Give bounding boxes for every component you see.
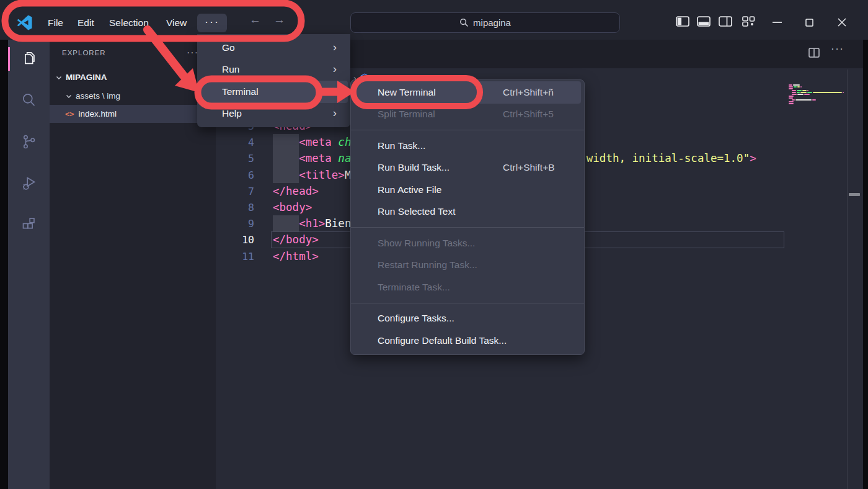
submenu-item-restart-running-task[interactable]: Restart Running Task... [354,254,581,277]
submenu-item-label: Run Task... [378,140,425,151]
minimap-line [789,84,800,86]
tree-item-label: index.html [78,109,117,119]
keybinding-label: Ctrl+Shift+5 [503,109,554,120]
minimap-line [789,88,793,89]
submenu-item-label: Show Running Tasks... [378,238,475,249]
tree-item-assets-img[interactable]: assets \ img [50,87,216,104]
line-number: 10 [216,231,254,248]
submenu-chevron-icon: › [333,84,337,98]
explorer-icon[interactable] [8,43,50,73]
submenu-chevron-icon: › [333,62,337,76]
line-number: 8 [216,199,254,216]
submenu-item-run-build-task[interactable]: Run Build Task...Ctrl+Shift+B [354,157,581,179]
nav-back-button[interactable]: ← [249,13,261,27]
search-icon [459,18,469,27]
submenu-item-run-selected-text[interactable]: Run Selected Text [354,201,581,223]
html-file-icon: <> [65,110,74,119]
submenu-item-label: Run Selected Text [378,206,456,217]
maximize-button[interactable] [797,11,822,34]
minimap[interactable] [786,68,847,489]
extensions-icon[interactable] [8,209,50,239]
keybinding-label: Ctrl+Shift+ñ [503,87,554,98]
close-button[interactable] [830,11,854,34]
menu-item-help[interactable]: Help› [200,103,348,125]
customize-layout-icon[interactable] [742,16,755,27]
submenu-item-split-terminal[interactable]: Split TerminalCtrl+Shift+5 [354,104,581,126]
submenu-item-label: Configure Default Build Task... [378,335,507,346]
line-number: 4 [216,134,254,151]
toggle-sidebar-icon[interactable] [676,16,689,27]
menu-item-label: Help [222,108,242,119]
tree-root-mipagina[interactable]: MIPAGINA [50,69,216,86]
run-debug-icon[interactable] [8,168,50,198]
submenu-item-label: Restart Running Task... [378,259,477,271]
title-bar: FileEditSelectionView ··· ← → mipagina [0,0,868,40]
minimap-line [792,99,816,101]
explorer-sidebar: EXPLORER ··· MIPAGINA assets \ img <> in… [50,40,216,489]
line-number: 6 [216,167,254,184]
menu-item-run[interactable]: Run› [200,59,348,81]
submenu-item-label: Configure Tasks... [378,313,454,324]
minimap-line [789,103,794,104]
code-line-7: </head> [273,183,319,200]
submenu-item-label: Split Terminal [378,109,435,120]
terminal-submenu: New TerminalCtrl+Shift+ñSplit TerminalCt… [350,79,585,355]
menubar-item-edit[interactable]: Edit [69,14,102,32]
menubar-item-file[interactable]: File [40,14,71,32]
vscode-window: FileEditSelectionView ··· ← → mipagina [0,0,868,489]
code-line-11: </html> [273,248,319,265]
nav-forward-button[interactable]: → [273,13,285,27]
tree-item-index-html[interactable]: <> index.html [50,105,216,123]
line-number: 5 [216,150,254,167]
menu-item-terminal[interactable]: Terminal› [200,81,348,103]
submenu-item-label: New Terminal [378,87,436,98]
split-editor-icon[interactable] [808,48,820,58]
submenu-item-configure-default-build-task[interactable]: Configure Default Build Task... [354,330,581,352]
minimap-line [789,97,793,99]
line-number: 11 [216,248,254,265]
menu-divider [351,303,584,303]
submenu-chevron-icon: › [333,106,337,120]
vscode-logo-icon [17,15,32,30]
search-value: mipagina [473,17,511,28]
minimap-line [792,94,810,95]
editor-more-actions-icon[interactable]: ··· [831,43,844,55]
menubar-more-button[interactable]: ··· [197,14,227,32]
submenu-item-new-terminal[interactable]: New TerminalCtrl+Shift+ñ [354,81,581,104]
minimize-button[interactable] [764,11,789,34]
menu-divider [351,227,584,228]
line-number: 9 [216,215,254,232]
minimap-line [789,101,794,102]
submenu-item-show-running-tasks[interactable]: Show Running Tasks... [354,232,581,254]
source-control-icon[interactable] [8,127,50,156]
chevron-down-icon [55,73,63,82]
toggle-secondary-sidebar-icon[interactable] [719,16,732,27]
chevron-down-icon [64,92,73,101]
minimap-line [792,90,808,91]
minimap-line [789,96,794,97]
submenu-item-configure-tasks[interactable]: Configure Tasks... [354,308,581,330]
tree-root-label: MIPAGINA [66,73,107,82]
submenu-chevron-icon: › [333,40,337,54]
menu-item-label: Go [222,42,235,53]
submenu-item-run-active-file[interactable]: Run Active File [354,179,581,201]
submenu-item-run-task[interactable]: Run Task... [354,135,581,157]
menu-divider [351,130,584,130]
tree-item-label: assets \ img [76,91,120,101]
activity-bar [8,40,50,489]
scrollbar-decoration[interactable] [849,193,860,196]
active-indicator [8,47,10,71]
minimap-line [789,86,802,87]
more-menus-dropdown: Go›Run›Terminal›Help› [197,34,350,127]
submenu-item-terminate-task[interactable]: Terminate Task... [354,276,581,298]
menubar-item-selection[interactable]: Selection [101,14,157,32]
code-line-10: </body> [273,231,319,248]
command-center-search[interactable]: mipagina [350,12,620,33]
submenu-item-label: Terminate Task... [378,282,450,293]
line-number: 7 [216,183,254,200]
toggle-panel-icon[interactable] [697,16,711,27]
menu-item-go[interactable]: Go› [200,37,348,59]
search-icon[interactable] [8,84,50,114]
submenu-item-label: Run Build Task... [378,162,450,173]
menubar-item-view[interactable]: View [158,14,195,32]
